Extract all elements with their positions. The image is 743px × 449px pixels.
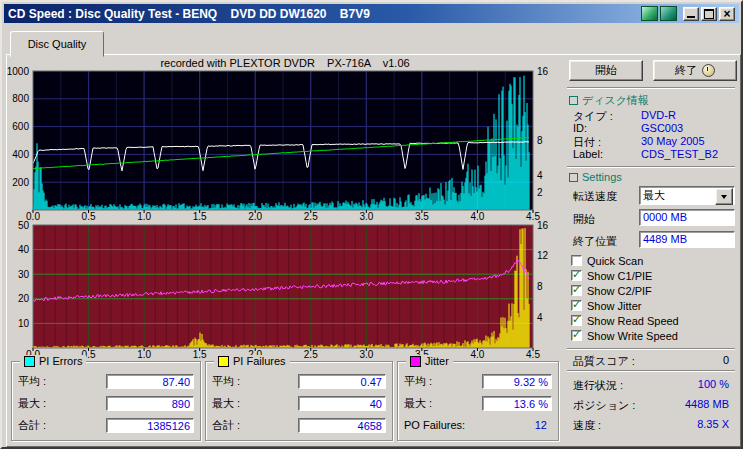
checkbox-show-c1-pie[interactable]: Show C1/PIE xyxy=(571,269,652,282)
panel-title: Jitter xyxy=(425,355,449,367)
stat-label: 最大 : xyxy=(212,397,240,409)
svg-text:10: 10 xyxy=(18,318,30,329)
checkbox-box[interactable] xyxy=(571,255,582,266)
checkbox-show-read-speed[interactable]: Show Read Speed xyxy=(571,314,679,327)
progress-label: 進行状況 : xyxy=(573,378,623,393)
section-icon xyxy=(569,96,578,105)
graph-icon[interactable] xyxy=(641,6,658,21)
stat-value: 890 xyxy=(106,396,194,411)
checkbox-box[interactable] xyxy=(571,285,582,296)
start-position-field[interactable]: 0000 MB xyxy=(639,209,735,226)
checkbox-quick-scan[interactable]: Quick Scan xyxy=(571,254,643,267)
po-failures-value: 12 xyxy=(462,418,550,433)
separator xyxy=(567,348,735,350)
checkbox-box[interactable] xyxy=(571,315,582,326)
stat-row: 最大 :890 xyxy=(12,396,200,418)
checkbox-show-c2-pif[interactable]: Show C2/PIF xyxy=(571,284,652,297)
svg-text:800: 800 xyxy=(12,93,29,104)
stat-label: 合計 : xyxy=(212,419,240,431)
end-position-label: 終了位置 xyxy=(573,234,617,249)
settings-title: Settings xyxy=(582,171,622,183)
close-icon: × xyxy=(723,9,730,19)
checkbox-box[interactable] xyxy=(571,300,582,311)
pi-errors-panel: PI Errors 平均 :87.40 最大 :890 合計 :1385126 xyxy=(11,361,201,441)
exit-button[interactable]: 終了 xyxy=(653,60,737,81)
stat-row: 合計 :4658 xyxy=(206,418,392,440)
app-window: CD Speed : Disc Quality Test - BENQ DVD … xyxy=(0,0,743,449)
speed-label: 速度 : xyxy=(573,418,601,433)
disc-info-title: ディスク情報 xyxy=(582,93,649,108)
transfer-rate-label: 転送速度 xyxy=(573,189,617,204)
transfer-rate-value: 最大 xyxy=(643,189,665,201)
close-button[interactable]: × xyxy=(719,7,735,21)
start-button[interactable]: 開始 xyxy=(569,60,643,81)
checkbox-show-jitter[interactable]: Show Jitter xyxy=(571,299,641,312)
stat-value: 4658 xyxy=(298,418,386,433)
svg-text:4: 4 xyxy=(537,312,543,323)
svg-text:600: 600 xyxy=(12,121,29,132)
stat-label: 平均 : xyxy=(18,375,46,387)
jitter-swatch xyxy=(410,356,421,367)
svg-text:8: 8 xyxy=(537,135,543,146)
stat-value: 40 xyxy=(298,396,386,411)
pi-failures-panel: PI Failures 平均 :0.47 最大 :40 合計 :4658 xyxy=(205,361,393,441)
stat-label: 合計 : xyxy=(18,419,46,431)
stat-label: 最大 : xyxy=(18,397,46,409)
position-value: 4488 MB xyxy=(641,398,729,410)
checkbox-show-write-speed[interactable]: Show Write Speed xyxy=(571,329,678,342)
right-panel: 開始 終了 ディスク情報 タイプ : DVD-R ID: GSC003 日付 :… xyxy=(563,55,740,446)
quality-score-value: 0 xyxy=(641,354,729,366)
window-title: CD Speed : Disc Quality Test - BENQ DVD … xyxy=(8,7,370,21)
stat-value: 1385126 xyxy=(106,418,194,433)
tab-label: Disc Quality xyxy=(28,38,87,50)
svg-text:400: 400 xyxy=(12,149,29,160)
disc-id-value: GSC003 xyxy=(641,122,683,134)
pi-failures-swatch xyxy=(218,356,229,367)
svg-text:40: 40 xyxy=(18,244,30,255)
checkbox-box[interactable] xyxy=(571,270,582,281)
disc-icon[interactable] xyxy=(660,6,677,21)
stat-value: 0.47 xyxy=(298,374,386,389)
stat-row: 平均 :87.40 xyxy=(12,374,200,396)
titlebar[interactable]: CD Speed : Disc Quality Test - BENQ DVD … xyxy=(4,4,739,23)
checkbox-label: Show Jitter xyxy=(587,300,641,312)
section-icon xyxy=(569,173,578,182)
svg-text:1000: 1000 xyxy=(7,67,29,77)
start-position-label: 開始 xyxy=(573,212,595,227)
checkbox-box[interactable] xyxy=(571,330,582,341)
end-position-field[interactable]: 4489 MB xyxy=(639,231,735,248)
stat-label: 平均 : xyxy=(212,375,240,387)
separator xyxy=(567,87,735,89)
stat-row: 平均 :9.32 % xyxy=(398,374,558,396)
svg-text:2: 2 xyxy=(537,187,543,198)
stat-label: PO Failures: xyxy=(404,419,465,431)
disc-type-value: DVD-R xyxy=(641,109,676,121)
stat-row: 最大 :13.6 % xyxy=(398,396,558,418)
stat-row: 平均 :0.47 xyxy=(206,374,392,396)
transfer-rate-select[interactable]: 最大 xyxy=(639,186,735,205)
checkbox-label: Show Read Speed xyxy=(587,315,679,327)
tab-disc-quality[interactable]: Disc Quality xyxy=(10,31,104,57)
checkbox-label: Show C1/PIE xyxy=(587,270,652,282)
maximize-button[interactable] xyxy=(701,7,717,21)
svg-text:16: 16 xyxy=(537,221,549,231)
dropdown-button[interactable] xyxy=(715,188,733,205)
minimize-button[interactable] xyxy=(683,7,699,21)
panel-title: PI Failures xyxy=(233,355,286,367)
quality-chart-bottom: 50403020101612840.00.51.01.52.02.53.03.5… xyxy=(7,221,563,363)
disc-label-label: Label: xyxy=(573,148,603,160)
stat-value: 87.40 xyxy=(106,374,194,389)
svg-text:8: 8 xyxy=(537,281,543,292)
checkbox-label: Quick Scan xyxy=(587,255,643,267)
svg-text:50: 50 xyxy=(18,221,30,231)
titlebar-controls: × xyxy=(641,6,735,21)
maximize-icon xyxy=(704,9,714,19)
start-button-label: 開始 xyxy=(595,63,617,78)
checkbox-label: Show C2/PIF xyxy=(587,285,652,297)
disc-date-value: 30 May 2005 xyxy=(641,135,705,147)
speed-value: 8.35 X xyxy=(641,418,729,430)
jitter-panel: Jitter 平均 :9.32 % 最大 :13.6 % PO Failures… xyxy=(397,361,559,441)
svg-text:20: 20 xyxy=(18,293,30,304)
panel-title: PI Errors xyxy=(39,355,82,367)
minimize-icon xyxy=(687,16,695,18)
